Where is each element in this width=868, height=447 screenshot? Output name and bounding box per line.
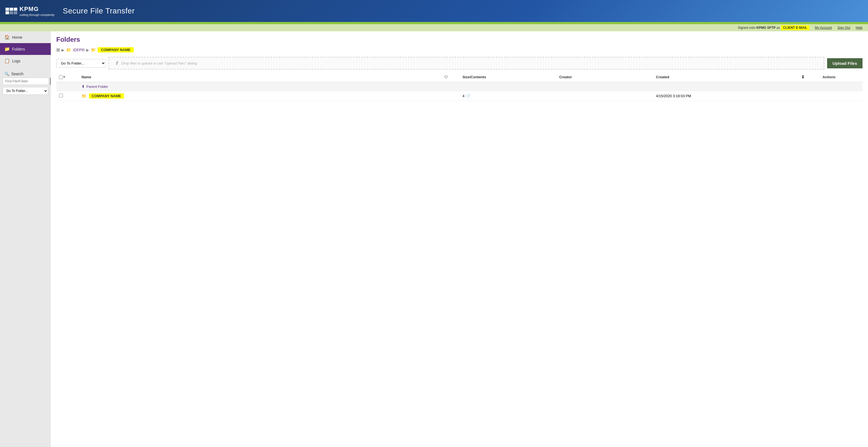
row-size-value: 4 — [463, 94, 464, 98]
up-arrow-icon: ⬆ — [82, 84, 85, 89]
breadcrumb-sep-2: ▶ — [86, 48, 89, 52]
col-header-created: Created — [653, 72, 799, 82]
logo-area: KPMG cutting through complexity — [5, 5, 55, 17]
size-container: 4 📄 — [463, 94, 554, 98]
sidebar-item-logs[interactable]: 📋 Logs — [0, 55, 51, 67]
sidebar-goto-folder-select[interactable]: Go To Folder... — [3, 87, 48, 95]
chevron-down-icon[interactable]: ▾ — [63, 75, 65, 79]
folder-icon-row: 📁 — [82, 94, 87, 98]
table-row-parent: ⬆ Parent Folder — [56, 82, 863, 91]
search-input[interactable] — [3, 78, 49, 85]
breadcrumb-root-icon[interactable]: ⊞ — [56, 47, 60, 53]
row-name-cell: 📁 COMPANY NAME — [79, 91, 442, 101]
upload-cloud-icon: ⬆ — [115, 60, 119, 66]
drop-zone: ⬆ Drop files to upload or use "Upload Fi… — [108, 57, 824, 69]
row-status-cell — [441, 91, 460, 101]
parent-folder-label: Parent Folder — [87, 85, 108, 89]
search-section-label: 🔍 Search — [3, 69, 48, 78]
folder-name-container: 📁 COMPANY NAME — [82, 93, 439, 98]
breadcrumb-company-name: COMPANY NAME — [98, 47, 134, 53]
app-header: KPMG cutting through complexity Secure F… — [0, 0, 868, 22]
file-table: ▾ Name 🛡 Size/Contents Creator Created ⬇… — [56, 72, 863, 101]
breadcrumb-folder-icon-2: 📁 — [91, 48, 96, 53]
signed-in-text: Signed onto KPMG SFTP as CLIENT E-MAIL — [738, 26, 809, 30]
sign-out-link[interactable]: Sign Out — [838, 26, 850, 30]
shield-check-icon: 🛡 — [444, 75, 448, 79]
col-header-actions: Actions — [820, 72, 863, 82]
file-count-icon: 📄 — [466, 94, 470, 98]
sidebar-folders-label: Folders — [12, 47, 25, 51]
breadcrumb: ⊞ ▶ 📁 IDFPR ▶ 📁 COMPANY NAME — [56, 47, 863, 53]
page-title: Folders — [56, 36, 863, 43]
row-checkbox-cell — [56, 91, 79, 101]
my-account-link[interactable]: My Account — [815, 26, 832, 30]
sidebar-item-folders[interactable]: 📁 Folders — [0, 43, 51, 55]
content-area: Folders ⊞ ▶ 📁 IDFPR ▶ 📁 COMPANY NAME Go … — [51, 31, 868, 447]
search-icon: 🔍 — [4, 72, 9, 76]
row-actions-cell — [820, 91, 863, 101]
sidebar-item-home[interactable]: 🏠 Home — [0, 31, 51, 43]
goto-folder-select[interactable]: Go To Folder... — [56, 59, 106, 67]
kpmg-wordmark: KPMG cutting through complexity — [20, 5, 55, 17]
sidebar-logs-label: Logs — [12, 59, 20, 63]
top-nav-bar: Signed onto KPMG SFTP as CLIENT E-MAIL M… — [0, 24, 868, 31]
toolbar: Go To Folder... ⬆ Drop files to upload o… — [56, 57, 863, 69]
home-icon: 🏠 — [4, 35, 10, 40]
main-layout: 🏠 Home 📁 Folders 📋 Logs 🔍 Search 🔍 Go To… — [0, 31, 868, 447]
row-size-cell: 4 📄 — [460, 91, 556, 101]
parent-folder-link[interactable]: ⬆ Parent Folder — [82, 84, 860, 89]
col-header-status: 🛡 — [441, 72, 460, 82]
breadcrumb-sep-1: ▶ — [61, 48, 64, 52]
breadcrumb-idfpr-link[interactable]: IDFPR — [73, 48, 85, 52]
client-email-badge: CLIENT E-MAIL — [781, 25, 809, 30]
breadcrumb-folder-icon-1: 📁 — [66, 48, 71, 53]
upload-files-button[interactable]: Upload Files — [827, 58, 863, 68]
parent-row-checkbox-cell — [56, 82, 79, 91]
green-divider — [0, 22, 868, 24]
search-input-row: 🔍 — [3, 78, 48, 85]
folder-icon: 📁 — [4, 47, 10, 52]
col-header-download: ⬇ — [798, 72, 820, 82]
col-header-checkbox: ▾ — [56, 72, 79, 82]
col-header-size: Size/Contents — [460, 72, 556, 82]
select-all-checkbox[interactable] — [59, 75, 63, 79]
sidebar: 🏠 Home 📁 Folders 📋 Logs 🔍 Search 🔍 Go To… — [0, 31, 51, 447]
row-company-name: COMPANY NAME — [89, 93, 124, 98]
table-row: 📁 COMPANY NAME 4 📄 4/15/2020 3:19:03 PM — [56, 91, 863, 101]
download-header-icon: ⬇ — [801, 75, 805, 79]
app-title: Secure File Transfer — [63, 7, 135, 16]
col-header-creator: Creator — [556, 72, 653, 82]
row-download-cell — [798, 91, 820, 101]
row-checkbox[interactable] — [59, 94, 63, 97]
drop-zone-text: Drop files to upload or use "Upload File… — [121, 61, 198, 65]
logs-icon: 📋 — [4, 58, 10, 63]
sidebar-search-section: 🔍 Search 🔍 Go To Folder... — [0, 67, 51, 97]
row-creator-cell — [556, 91, 653, 101]
parent-folder-cell: ⬆ Parent Folder — [79, 82, 863, 91]
row-created-cell: 4/15/2020 3:19:03 PM — [653, 91, 799, 101]
col-header-name: Name — [79, 72, 442, 82]
help-link[interactable]: Help — [856, 26, 863, 30]
sidebar-home-label: Home — [12, 35, 22, 39]
